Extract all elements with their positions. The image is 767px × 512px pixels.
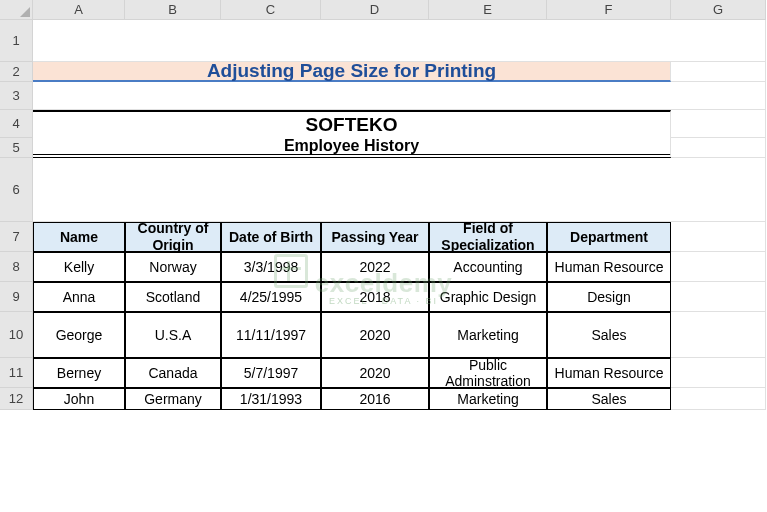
col-header-F[interactable]: F [547,0,671,20]
table-row[interactable]: 4/25/1995 [221,282,321,312]
table-row[interactable]: 2020 [321,358,429,388]
th-country[interactable]: Country of Origin [125,222,221,252]
table-row[interactable]: Accounting [429,252,547,282]
col-header-C[interactable]: C [221,0,321,20]
th-name[interactable]: Name [33,222,125,252]
row-header-12[interactable]: 12 [0,388,33,410]
cell-H4[interactable] [671,110,766,138]
table-row[interactable]: Human Resource [547,252,671,282]
table-row[interactable]: Marketing [429,312,547,358]
row-header-7[interactable]: 7 [0,222,33,252]
spreadsheet-grid: A B C D E F G 1 2 Adjusting Page Size fo… [0,0,767,410]
row-header-6[interactable]: 6 [0,158,33,222]
table-row[interactable]: Norway [125,252,221,282]
cell-H2[interactable] [671,62,766,82]
table-row[interactable]: 5/7/1997 [221,358,321,388]
cell-H9[interactable] [671,282,766,312]
cell-row3[interactable] [33,82,766,110]
row-header-8[interactable]: 8 [0,252,33,282]
col-header-D[interactable]: D [321,0,429,20]
table-row[interactable]: Marketing [429,388,547,410]
table-row[interactable]: 2020 [321,312,429,358]
table-row[interactable]: Berney [33,358,125,388]
table-row[interactable]: 2022 [321,252,429,282]
cell-H7[interactable] [671,222,766,252]
table-row[interactable]: Scotland [125,282,221,312]
table-row[interactable]: U.S.A [125,312,221,358]
table-row[interactable]: George [33,312,125,358]
table-row[interactable]: Germany [125,388,221,410]
row-header-5[interactable]: 5 [0,138,33,158]
th-passyear[interactable]: Passing Year [321,222,429,252]
cell-H11[interactable] [671,358,766,388]
th-field[interactable]: Field of Specialization [429,222,547,252]
table-row[interactable]: Canada [125,358,221,388]
col-header-G[interactable]: G [671,0,766,20]
cell-H5[interactable] [671,138,766,158]
cell-H10[interactable] [671,312,766,358]
th-dept[interactable]: Department [547,222,671,252]
cell-H8[interactable] [671,252,766,282]
cell-H12[interactable] [671,388,766,410]
col-header-B[interactable]: B [125,0,221,20]
row-header-3[interactable]: 3 [0,82,33,110]
row-header-2[interactable]: 2 [0,62,33,82]
table-row[interactable]: Public Adminstration [429,358,547,388]
page-title[interactable]: Adjusting Page Size for Printing [33,62,671,82]
cell-row6[interactable] [33,158,766,222]
company-name[interactable]: SOFTEKO [33,110,671,138]
row-header-11[interactable]: 11 [0,358,33,388]
table-row[interactable]: Design [547,282,671,312]
table-row[interactable]: 2018 [321,282,429,312]
table-row[interactable]: Human Resource [547,358,671,388]
row-header-1[interactable]: 1 [0,20,33,62]
col-header-A[interactable]: A [33,0,125,20]
row-header-10[interactable]: 10 [0,312,33,358]
row-header-9[interactable]: 9 [0,282,33,312]
table-row[interactable]: Sales [547,312,671,358]
table-row[interactable]: 3/3/1998 [221,252,321,282]
table-row[interactable]: Anna [33,282,125,312]
table-row[interactable]: John [33,388,125,410]
cell-row1[interactable] [33,20,766,62]
table-row[interactable]: 11/11/1997 [221,312,321,358]
th-dob[interactable]: Date of Birth [221,222,321,252]
table-row[interactable]: Kelly [33,252,125,282]
select-all-corner[interactable] [0,0,33,20]
table-row[interactable]: 1/31/1993 [221,388,321,410]
subtitle[interactable]: Employee History [33,138,671,158]
col-header-E[interactable]: E [429,0,547,20]
table-row[interactable]: 2016 [321,388,429,410]
table-row[interactable]: Graphic Design [429,282,547,312]
row-header-4[interactable]: 4 [0,110,33,138]
table-row[interactable]: Sales [547,388,671,410]
